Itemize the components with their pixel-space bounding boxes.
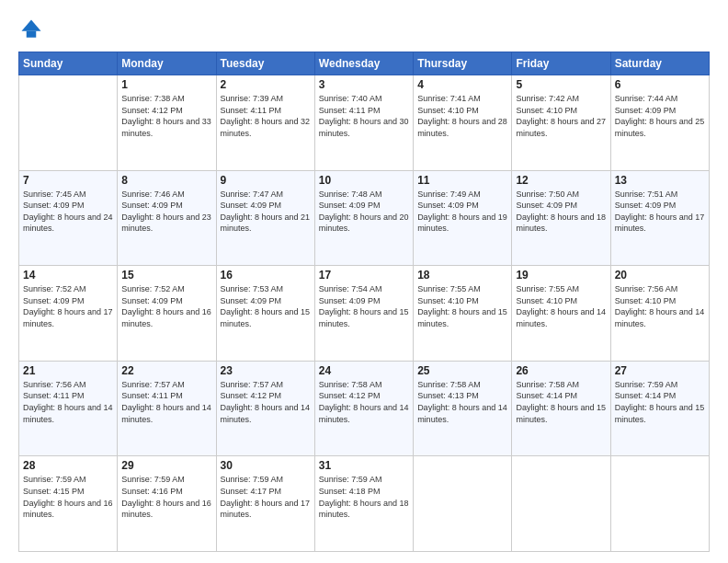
day-info: Sunrise: 7:40 AM Sunset: 4:11 PM Dayligh… — [319, 93, 409, 139]
calendar-cell: 1 Sunrise: 7:38 AM Sunset: 4:12 PM Dayli… — [118, 75, 216, 171]
day-info: Sunrise: 7:59 AM Sunset: 4:15 PM Dayligh… — [23, 474, 113, 520]
daylight-text: Daylight: 8 hours and 24 minutes. — [23, 213, 113, 234]
calendar-cell: 31 Sunrise: 7:59 AM Sunset: 4:18 PM Dayl… — [314, 456, 413, 552]
day-number: 2 — [221, 78, 311, 91]
day-info: Sunrise: 7:57 AM Sunset: 4:12 PM Dayligh… — [221, 379, 311, 425]
daylight-text: Daylight: 8 hours and 18 minutes. — [319, 499, 409, 520]
calendar-weekday-tuesday: Tuesday — [216, 52, 314, 75]
sunrise-text: Sunrise: 7:58 AM — [319, 380, 382, 389]
calendar-cell: 28 Sunrise: 7:59 AM Sunset: 4:15 PM Dayl… — [19, 456, 118, 552]
calendar-cell: 19 Sunrise: 7:55 AM Sunset: 4:10 PM Dayl… — [512, 266, 610, 362]
sunset-text: Sunset: 4:09 PM — [121, 201, 183, 210]
daylight-text: Daylight: 8 hours and 19 minutes. — [417, 213, 507, 234]
sunrise-text: Sunrise: 7:57 AM — [121, 380, 185, 389]
sunset-text: Sunset: 4:14 PM — [615, 391, 677, 400]
sunset-text: Sunset: 4:11 PM — [221, 106, 282, 115]
calendar-week-row: 1 Sunrise: 7:38 AM Sunset: 4:12 PM Dayli… — [19, 75, 710, 171]
daylight-text: Daylight: 8 hours and 16 minutes. — [121, 499, 211, 520]
day-number: 15 — [121, 269, 211, 282]
day-number: 25 — [417, 364, 507, 377]
day-info: Sunrise: 7:53 AM Sunset: 4:09 PM Dayligh… — [221, 283, 311, 329]
calendar-cell: 21 Sunrise: 7:56 AM Sunset: 4:11 PM Dayl… — [19, 361, 118, 456]
calendar-table: SundayMondayTuesdayWednesdayThursdayFrid… — [18, 52, 710, 552]
calendar-cell: 15 Sunrise: 7:52 AM Sunset: 4:09 PM Dayl… — [118, 266, 216, 362]
daylight-text: Daylight: 8 hours and 17 minutes. — [221, 499, 311, 520]
sunrise-text: Sunrise: 7:59 AM — [319, 475, 382, 484]
calendar-cell: 17 Sunrise: 7:54 AM Sunset: 4:09 PM Dayl… — [314, 266, 413, 362]
daylight-text: Daylight: 8 hours and 14 minutes. — [516, 307, 606, 328]
daylight-text: Daylight: 8 hours and 14 minutes. — [23, 403, 113, 424]
calendar-cell: 29 Sunrise: 7:59 AM Sunset: 4:16 PM Dayl… — [118, 456, 216, 552]
sunset-text: Sunset: 4:10 PM — [516, 106, 577, 115]
calendar-cell — [19, 75, 118, 171]
day-info: Sunrise: 7:49 AM Sunset: 4:09 PM Dayligh… — [417, 189, 507, 235]
calendar-cell — [610, 456, 709, 552]
svg-marker-0 — [22, 20, 41, 31]
day-info: Sunrise: 7:58 AM Sunset: 4:12 PM Dayligh… — [319, 379, 409, 425]
day-info: Sunrise: 7:59 AM Sunset: 4:14 PM Dayligh… — [615, 379, 705, 425]
sunrise-text: Sunrise: 7:56 AM — [615, 284, 678, 293]
sunrise-text: Sunrise: 7:59 AM — [23, 475, 86, 484]
daylight-text: Daylight: 8 hours and 23 minutes. — [121, 213, 211, 234]
day-info: Sunrise: 7:57 AM Sunset: 4:11 PM Dayligh… — [121, 379, 211, 425]
calendar-cell: 18 Sunrise: 7:55 AM Sunset: 4:10 PM Dayl… — [414, 266, 512, 362]
day-info: Sunrise: 7:50 AM Sunset: 4:09 PM Dayligh… — [516, 189, 606, 235]
day-number: 18 — [417, 269, 507, 282]
calendar-cell: 27 Sunrise: 7:59 AM Sunset: 4:14 PM Dayl… — [610, 361, 709, 456]
day-info: Sunrise: 7:51 AM Sunset: 4:09 PM Dayligh… — [615, 189, 705, 235]
sunrise-text: Sunrise: 7:50 AM — [516, 190, 579, 199]
sunrise-text: Sunrise: 7:55 AM — [417, 284, 481, 293]
daylight-text: Daylight: 8 hours and 15 minutes. — [221, 307, 311, 328]
day-info: Sunrise: 7:59 AM Sunset: 4:18 PM Dayligh… — [319, 474, 409, 520]
calendar-cell: 26 Sunrise: 7:58 AM Sunset: 4:14 PM Dayl… — [512, 361, 610, 456]
sunrise-text: Sunrise: 7:58 AM — [516, 380, 579, 389]
calendar-cell — [512, 456, 610, 552]
daylight-text: Daylight: 8 hours and 15 minutes. — [319, 307, 409, 328]
sunset-text: Sunset: 4:11 PM — [23, 391, 85, 400]
sunset-text: Sunset: 4:12 PM — [221, 391, 282, 400]
day-number: 7 — [23, 174, 113, 187]
day-number: 12 — [516, 174, 606, 187]
calendar-cell: 4 Sunrise: 7:41 AM Sunset: 4:10 PM Dayli… — [414, 75, 512, 171]
sunset-text: Sunset: 4:09 PM — [615, 201, 677, 210]
day-number: 9 — [221, 174, 311, 187]
daylight-text: Daylight: 8 hours and 20 minutes. — [319, 213, 409, 234]
logo-icon — [18, 17, 44, 42]
sunset-text: Sunset: 4:11 PM — [319, 106, 381, 115]
calendar-cell: 16 Sunrise: 7:53 AM Sunset: 4:09 PM Dayl… — [216, 266, 314, 362]
calendar-week-row: 7 Sunrise: 7:45 AM Sunset: 4:09 PM Dayli… — [19, 170, 710, 266]
calendar-weekday-saturday: Saturday — [610, 52, 709, 75]
daylight-text: Daylight: 8 hours and 21 minutes. — [221, 213, 311, 234]
day-number: 21 — [23, 364, 113, 377]
day-info: Sunrise: 7:59 AM Sunset: 4:17 PM Dayligh… — [221, 474, 311, 520]
calendar-week-row: 21 Sunrise: 7:56 AM Sunset: 4:11 PM Dayl… — [19, 361, 710, 456]
calendar-cell: 11 Sunrise: 7:49 AM Sunset: 4:09 PM Dayl… — [414, 170, 512, 266]
day-number: 14 — [23, 269, 113, 282]
daylight-text: Daylight: 8 hours and 32 minutes. — [221, 117, 311, 138]
daylight-text: Daylight: 8 hours and 15 minutes. — [417, 307, 507, 328]
day-number: 13 — [615, 174, 705, 187]
daylight-text: Daylight: 8 hours and 17 minutes. — [23, 307, 113, 328]
calendar-cell: 30 Sunrise: 7:59 AM Sunset: 4:17 PM Dayl… — [216, 456, 314, 552]
daylight-text: Daylight: 8 hours and 14 minutes. — [221, 403, 311, 424]
sunrise-text: Sunrise: 7:49 AM — [417, 190, 481, 199]
sunrise-text: Sunrise: 7:51 AM — [615, 190, 678, 199]
day-info: Sunrise: 7:44 AM Sunset: 4:09 PM Dayligh… — [615, 93, 705, 139]
calendar-weekday-monday: Monday — [118, 52, 216, 75]
day-number: 8 — [121, 174, 211, 187]
sunset-text: Sunset: 4:16 PM — [121, 487, 183, 496]
day-info: Sunrise: 7:56 AM Sunset: 4:10 PM Dayligh… — [615, 283, 705, 329]
day-info: Sunrise: 7:56 AM Sunset: 4:11 PM Dayligh… — [23, 379, 113, 425]
calendar-cell: 5 Sunrise: 7:42 AM Sunset: 4:10 PM Dayli… — [512, 75, 610, 171]
sunset-text: Sunset: 4:09 PM — [417, 201, 479, 210]
daylight-text: Daylight: 8 hours and 25 minutes. — [615, 117, 705, 138]
day-info: Sunrise: 7:47 AM Sunset: 4:09 PM Dayligh… — [221, 189, 311, 235]
day-number: 20 — [615, 269, 705, 282]
daylight-text: Daylight: 8 hours and 14 minutes. — [121, 403, 211, 424]
sunset-text: Sunset: 4:09 PM — [121, 296, 183, 305]
sunrise-text: Sunrise: 7:46 AM — [121, 190, 185, 199]
daylight-text: Daylight: 8 hours and 16 minutes. — [121, 307, 211, 328]
sunrise-text: Sunrise: 7:45 AM — [23, 190, 86, 199]
day-info: Sunrise: 7:39 AM Sunset: 4:11 PM Dayligh… — [221, 93, 311, 139]
day-number: 16 — [221, 269, 311, 282]
